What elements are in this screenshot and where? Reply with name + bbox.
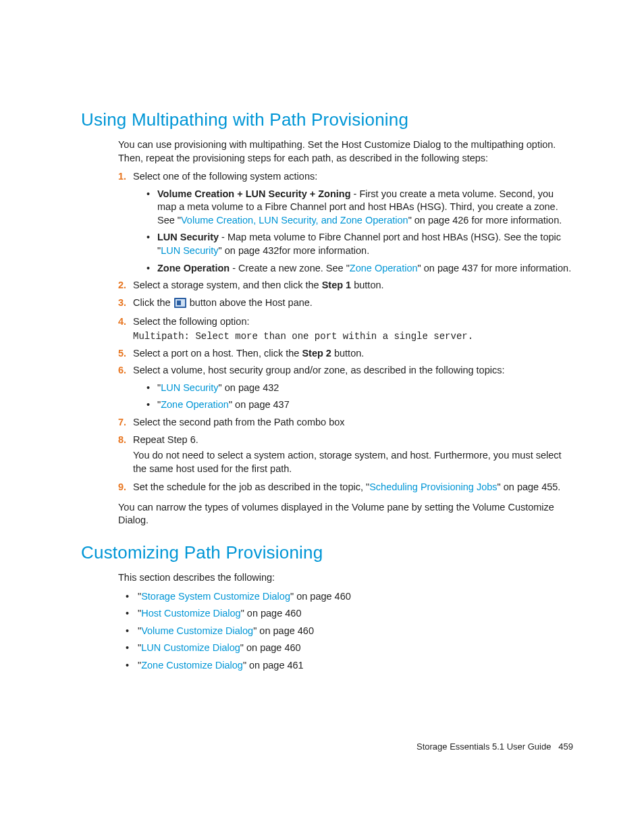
step-pre: Click the [133,297,173,308]
step-5: 5. Select a port on a host. Then, click … [118,347,573,361]
step-text: Select one of the following system actio… [133,171,317,182]
step-9: 9. Set the schedule for the job as descr… [118,481,573,494]
step-pre: Set the schedule for the job as describe… [133,481,369,492]
step-number: 7. [118,416,126,429]
tail: " on page 460 [290,591,351,602]
action-volume-creation: Volume Creation + LUN Security + Zoning … [146,188,573,228]
system-actions-list: Volume Creation + LUN Security + Zoning … [146,188,573,275]
tail: " on page 460 [240,642,301,653]
link-volume-creation[interactable]: Volume Creation, LUN Security, and Zone … [181,215,408,226]
action-zone-operation: Zone Operation - Create a new zone. See … [146,262,573,276]
link-lun-customize[interactable]: LUN Customize Dialog [141,642,240,653]
step-post: button above the Host pane. [187,297,313,308]
step6-links: "LUN Security" on page 432 "Zone Operati… [146,382,573,412]
step-1: 1. Select one of the following system ac… [118,170,573,275]
multipath-option-text: Multipath: Select more than one port wit… [133,330,573,343]
action-tail: " on page 432for more information. [219,245,370,256]
step-2: 2. Select a storage system, and then cli… [118,279,573,292]
ordered-steps: 1. Select one of the following system ac… [118,170,573,494]
document-page: Using Multipathing with Path Provisionin… [0,0,644,834]
step-pre: Select a storage system, and then click … [133,280,322,290]
link-item-volume: "Volume Customize Dialog" on page 460 [122,625,573,638]
link-zone-customize[interactable]: Zone Customize Dialog [141,660,243,671]
step-number: 8. [118,434,126,447]
link-item-zone: "Zone Customize Dialog" on page 461 [122,659,573,673]
step8-follow: You do not need to select a system actio… [133,449,573,475]
step-text: Select the second path from the Path com… [133,417,345,427]
step-number: 3. [118,296,126,310]
link-lun-security[interactable]: LUN Security [161,382,218,393]
heading-multipathing: Using Multipathing with Path Provisionin… [81,108,573,132]
outro-paragraph: You can narrow the types of volumes disp… [118,501,573,527]
tail: " on page 461 [243,660,304,671]
link-storage-customize[interactable]: Storage System Customize Dialog [141,591,290,602]
step-text: Select the following option: [133,316,250,327]
step-3: 3. Click the button above the Host pane. [118,296,573,312]
tail: " on page 437 [229,399,290,410]
action-tail: " on page 426 for more information. [408,215,562,226]
intro-paragraph: You can use provisioning with multipathi… [118,138,573,165]
step-number: 5. [118,347,126,361]
heading-customizing: Customizing Path Provisioning [81,541,573,565]
link-lun-security[interactable]: LUN Security [161,245,218,256]
action-tail: " on page 437 for more information. [418,263,572,273]
tail: " on page 460 [253,625,314,636]
link-host-customize[interactable]: Host Customize Dialog [141,608,240,619]
tail: " on page 460 [241,608,302,619]
host-icon [174,298,186,312]
action-desc: - Create a new zone. See " [230,263,350,273]
link-item-storage: "Storage System Customize Dialog" on pag… [122,590,573,604]
step-7: 7. Select the second path from the Path … [118,416,573,429]
step6-zone-operation: "Zone Operation" on page 437 [146,398,573,412]
step6-lun-security: "LUN Security" on page 432 [146,382,573,395]
tail: " on page 432 [219,382,279,393]
step-post: button. [331,348,364,359]
step-4: 4. Select the following option: Multipat… [118,315,573,342]
step-text: Select a volume, host security group and… [133,365,505,375]
link-item-lun: "LUN Customize Dialog" on page 460 [122,642,573,655]
action-label: Zone Operation [157,263,230,273]
page-footer: Storage Essentials 5.1 User Guide 459 [417,741,573,753]
action-lun-security: LUN Security - Map meta volume to Fibre … [146,231,573,257]
link-item-host: "Host Customize Dialog" on page 460 [122,607,573,621]
step-post: button. [351,280,383,290]
step-number: 2. [118,279,126,292]
step-number: 4. [118,315,126,329]
step2-button-label: Step 2 [302,348,331,359]
link-zone-operation[interactable]: Zone Operation [161,399,229,410]
action-label: LUN Security [157,232,219,242]
svg-rect-2 [177,301,181,305]
step-number: 6. [118,364,126,377]
step-pre: Select a port on a host. Then, click the [133,348,302,359]
footer-title: Storage Essentials 5.1 User Guide [417,741,551,752]
customize-links-list: "Storage System Customize Dialog" on pag… [122,590,573,673]
section2-intro: This section describes the following: [118,571,573,585]
step-post: " on page 455. [498,481,561,492]
link-zone-operation[interactable]: Zone Operation [350,263,418,273]
step1-button-label: Step 1 [322,280,352,290]
step-number: 9. [118,481,126,494]
link-scheduling-jobs[interactable]: Scheduling Provisioning Jobs [369,481,497,492]
step-6: 6. Select a volume, host security group … [118,364,573,412]
step-8: 8. Repeat Step 6. You do not need to sel… [118,434,573,476]
step-text: Repeat Step 6. [133,434,198,445]
link-volume-customize[interactable]: Volume Customize Dialog [141,625,253,636]
step-number: 1. [118,170,126,184]
action-label: Volume Creation + LUN Security + Zoning [157,188,351,199]
footer-page: 459 [558,741,573,752]
